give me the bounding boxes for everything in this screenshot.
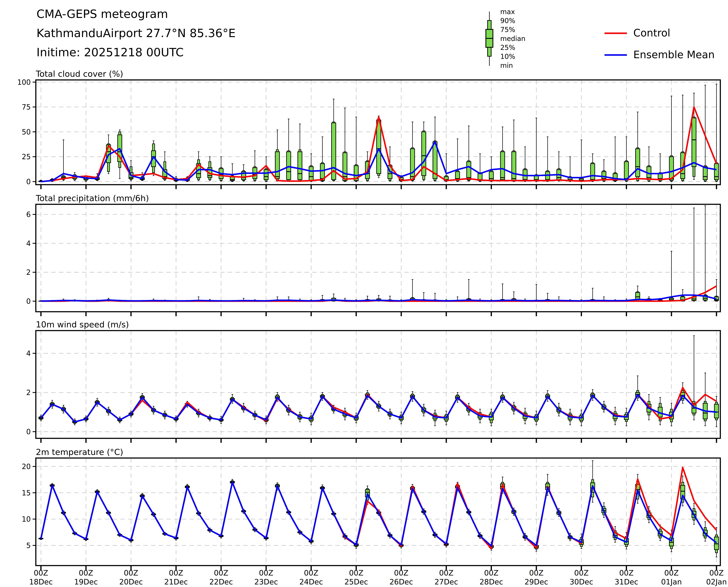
- panel-wind: 024: [26, 331, 720, 443]
- xtick-time-3: 00Z: [169, 569, 183, 577]
- chart-subtitle-inittime: Initime: 20251218 00UTC: [37, 46, 184, 59]
- xtick-time-11: 00Z: [529, 569, 544, 577]
- xtick-time-7: 00Z: [349, 569, 363, 577]
- panel-frame-wind: [36, 331, 720, 438]
- ytick-wind-4: 4: [26, 349, 31, 357]
- legend-label-90: 90%: [500, 17, 515, 25]
- plot-panels: 02550751000246024510152000Z18Dec00Z19Dec…: [17, 78, 727, 586]
- legend-label-75: 75%: [500, 26, 515, 33]
- ytick-cloud-75: 75: [22, 103, 31, 111]
- xtick-day-9: 27Dec: [434, 578, 458, 586]
- boxplots-wind: [39, 336, 719, 427]
- boxplot-legend-glyph: [486, 11, 493, 66]
- ytick-precip-2: 2: [26, 268, 31, 276]
- xtick-time-14: 00Z: [664, 569, 679, 577]
- xtick-day-4: 22Dec: [209, 578, 233, 586]
- ytick-temp-15: 15: [22, 489, 31, 497]
- ytick-wind-0: 0: [26, 428, 31, 436]
- xtick-time-15: 00Z: [709, 569, 724, 577]
- x-axis-labels: 00Z18Dec00Z19Dec00Z20Dec00Z21Dec00Z22Dec…: [29, 569, 727, 586]
- xtick-day-13: 31Dec: [615, 578, 638, 586]
- ytick-precip-4: 4: [26, 239, 31, 248]
- xtick-time-4: 00Z: [214, 569, 228, 577]
- panel-title-precip: Total precipitation (mm/6h): [36, 193, 149, 203]
- ensemble-mean-legend-label: Ensemble Mean: [633, 49, 715, 61]
- boxplots-precip: [39, 206, 719, 301]
- xtick-time-0: 00Z: [34, 569, 48, 577]
- xtick-day-5: 23Dec: [254, 578, 278, 586]
- ytick-cloud-50: 50: [22, 128, 31, 136]
- xtick-day-0: 18Dec: [29, 578, 53, 586]
- meteogram: CMA-GEPS meteogram KathmanduAirport 27.7…: [0, 0, 728, 587]
- meteogram-page: CMA-GEPS meteogram KathmanduAirport 27.7…: [0, 0, 728, 587]
- xtick-day-3: 21Dec: [164, 578, 188, 586]
- xtick-time-2: 00Z: [124, 569, 138, 577]
- xtick-time-1: 00Z: [79, 569, 93, 577]
- xtick-time-6: 00Z: [304, 569, 318, 577]
- panel-cloud: 0255075100: [17, 78, 720, 189]
- legend-label-min: min: [500, 62, 513, 69]
- chart-subtitle-location: KathmanduAirport 27.7°N 85.36°E: [37, 26, 235, 40]
- xtick-day-11: 29Dec: [525, 578, 548, 586]
- legend-label-median: median: [500, 35, 525, 43]
- xtick-time-10: 00Z: [484, 569, 499, 577]
- xtick-day-6: 24Dec: [299, 578, 323, 586]
- legend-label-25: 25%: [500, 44, 515, 51]
- ytick-temp-10: 10: [22, 515, 31, 523]
- panel-temp: 5101520: [22, 458, 720, 570]
- legend-label-10: 10%: [500, 53, 515, 61]
- xtick-time-9: 00Z: [439, 569, 453, 577]
- xtick-time-8: 00Z: [394, 569, 408, 577]
- ytick-temp-5: 5: [26, 541, 31, 549]
- xtick-time-5: 00Z: [259, 569, 273, 577]
- panel-title-temp: 2m temperature (°C): [36, 447, 123, 457]
- xtick-day-10: 28Dec: [479, 578, 503, 586]
- ytick-temp-20: 20: [22, 463, 31, 471]
- ytick-wind-2: 2: [26, 389, 31, 397]
- xtick-day-15: 02Jan: [706, 578, 727, 586]
- xtick-day-12: 30Dec: [569, 578, 593, 586]
- xtick-day-2: 20Dec: [119, 578, 143, 586]
- ytick-precip-6: 6: [26, 210, 31, 218]
- xtick-day-8: 26Dec: [389, 578, 413, 586]
- legend-label-max: max: [500, 8, 515, 16]
- xtick-day-7: 25Dec: [344, 578, 368, 586]
- panel-title-cloud: Total cloud cover (%): [36, 69, 123, 79]
- boxplots-temp: [39, 461, 719, 557]
- chart-title: CMA-GEPS meteogram: [37, 7, 168, 21]
- xtick-day-14: 01Jan: [661, 578, 682, 586]
- panel-precip: 0246: [26, 204, 720, 316]
- panel-title-wind: 10m wind speed (m/s): [36, 320, 129, 329]
- ytick-cloud-100: 100: [17, 78, 31, 86]
- ensemble-mean-line-temp: [41, 482, 716, 546]
- ytick-cloud-0: 0: [26, 178, 31, 186]
- control-legend-label: Control: [633, 27, 670, 39]
- ytick-cloud-25: 25: [22, 152, 31, 161]
- ytick-precip-0: 0: [26, 297, 31, 305]
- xtick-time-12: 00Z: [574, 569, 589, 577]
- xtick-time-13: 00Z: [619, 569, 634, 577]
- xtick-day-1: 19Dec: [74, 578, 98, 586]
- boxplots-cloud: [39, 84, 719, 182]
